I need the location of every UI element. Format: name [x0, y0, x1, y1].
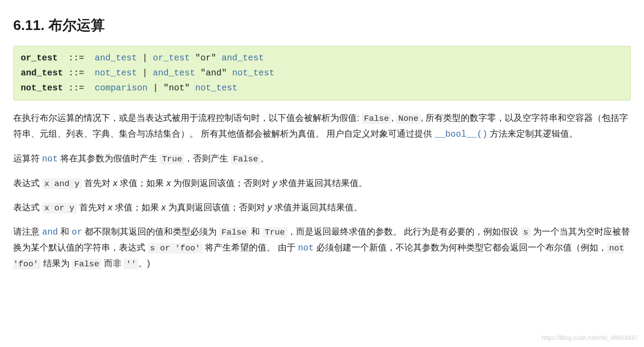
grammar-bar: |	[137, 68, 153, 78]
grammar-def: and_test	[21, 68, 63, 78]
text: 都不限制其返回的值和类型必须为	[82, 227, 219, 236]
text: 。)	[138, 258, 150, 268]
text: ,	[391, 113, 396, 123]
paragraph-and: 表达式 x and y 首先对 x 求值；如果 x 为假则返回该值；否则对 y …	[13, 175, 631, 191]
variable-x: x	[161, 202, 166, 212]
grammar-literal: "or"	[190, 53, 222, 63]
keyword-or[interactable]: or	[72, 227, 82, 237]
text: 为假则返回该值；否则对	[171, 178, 273, 188]
variable-x: x	[167, 178, 171, 188]
keyword-not[interactable]: not	[298, 243, 314, 253]
variable-y: y	[267, 202, 272, 212]
text: 表达式	[13, 202, 42, 212]
grammar-ref[interactable]: and_test	[222, 53, 264, 63]
code-literal: True	[160, 154, 185, 164]
keyword-not[interactable]: not	[42, 154, 58, 164]
text: 为真则返回该值；否则对	[166, 202, 267, 212]
code-literal: s or 'foo'	[148, 243, 203, 254]
text: 结果为	[41, 258, 72, 268]
code-literal: None	[396, 113, 421, 124]
grammar-def: or_test	[21, 53, 63, 63]
code-literal: x and y	[42, 179, 82, 189]
paragraph-note: 请注意 and 和 or 都不限制其返回的值和类型必须为 False 和 Tru…	[13, 224, 631, 271]
paragraph-intro: 在执行布尔运算的情况下，或是当表达式被用于流程控制语句时，以下值会被解析为假值:…	[13, 110, 631, 142]
text: 表达式	[13, 178, 42, 188]
grammar-block: or_test ::= and_test | or_test "or" and_…	[13, 46, 631, 101]
text: 在执行布尔运算的情况下，或是当表达式被用于流程控制语句时，以下值会被解析为假值:	[13, 113, 362, 123]
text: 而非	[101, 258, 124, 268]
grammar-bar: |	[137, 53, 153, 63]
code-literal: False	[219, 227, 249, 238]
grammar-ref[interactable]: comparison	[95, 83, 148, 93]
text: 和	[58, 227, 72, 236]
keyword-and[interactable]: and	[42, 227, 58, 237]
grammar-ref[interactable]: and_test	[153, 68, 195, 78]
text: 求值；如果	[118, 178, 167, 188]
grammar-sep: ::=	[63, 83, 95, 93]
grammar-ref[interactable]: not_test	[232, 68, 274, 78]
text: 方法来定制其逻辑值。	[488, 129, 578, 138]
text: 将在其参数为假值时产生	[58, 153, 160, 163]
text: 。	[260, 153, 269, 163]
code-literal: x or y	[42, 203, 77, 213]
grammar-def: not_test	[21, 83, 63, 93]
variable-x: x	[108, 202, 112, 212]
variable-x: x	[113, 178, 118, 188]
bool-method-link[interactable]: __bool__()	[435, 129, 488, 139]
text: 首先对	[77, 202, 108, 212]
grammar-ref[interactable]: not_test	[195, 83, 237, 93]
text: 首先对	[81, 178, 113, 188]
text: 求值并返回其结果值。	[277, 178, 368, 188]
grammar-literal: "and"	[195, 68, 232, 78]
text: 将产生希望的值。 由于	[203, 243, 298, 252]
code-literal: False	[231, 154, 260, 164]
paragraph-not: 运算符 not 将在其参数为假值时产生 True，否则产生 False。	[13, 151, 631, 167]
text: 和	[249, 227, 263, 236]
grammar-bar: |	[148, 83, 163, 93]
grammar-ref[interactable]: not_test	[95, 68, 137, 78]
grammar-literal: "not"	[163, 83, 195, 93]
code-literal: ''	[124, 259, 138, 269]
grammar-ref[interactable]: or_test	[153, 53, 190, 63]
text: ，否则产生	[184, 153, 231, 163]
variable-y: y	[273, 178, 277, 188]
grammar-sep: ::=	[63, 53, 95, 63]
text: 必须创建一个新值，不论其参数为何种类型它都会返回一个布尔值（例如，	[314, 243, 607, 252]
code-literal: False	[362, 113, 391, 124]
code-literal: False	[72, 259, 101, 269]
grammar-sep: ::=	[63, 68, 95, 78]
text: 求值并返回其结果值。	[272, 202, 363, 212]
paragraph-or: 表达式 x or y 首先对 x 求值；如果 x 为真则返回该值；否则对 y 求…	[13, 200, 631, 215]
code-literal: True	[263, 227, 287, 238]
section-heading: 6.11. 布尔运算	[13, 13, 631, 37]
text: 运算符	[13, 153, 42, 163]
grammar-ref[interactable]: and_test	[95, 53, 137, 63]
text: 请注意	[13, 227, 42, 236]
text: ，而是返回最终求值的参数。 此行为是有必要的，例如假设	[287, 227, 521, 236]
code-literal: s	[521, 227, 530, 238]
text: 求值；如果	[112, 202, 161, 212]
